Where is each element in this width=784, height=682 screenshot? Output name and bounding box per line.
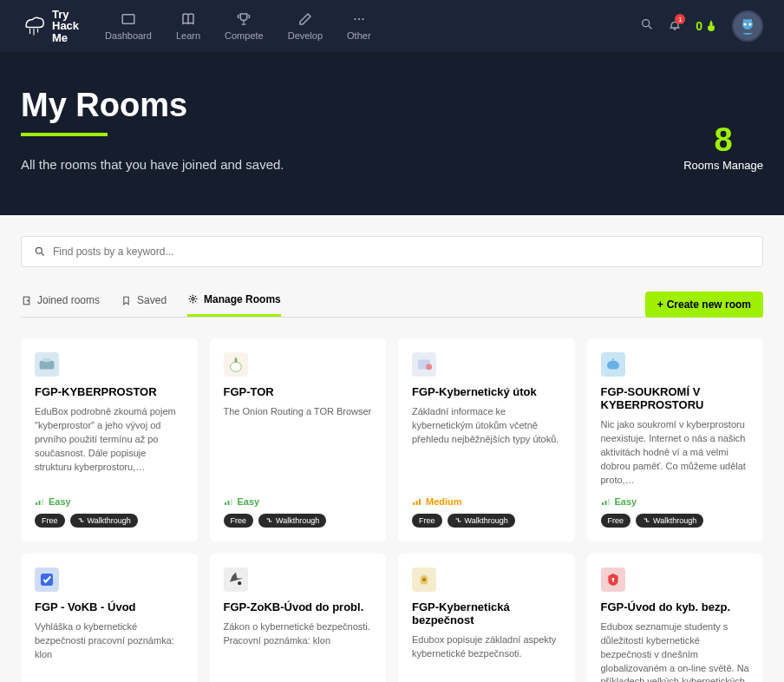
room-grid: FGP-KYBERPROSTOR EduBox podrobně zkoumá … bbox=[21, 338, 763, 682]
svg-point-6 bbox=[744, 23, 747, 26]
room-description: The Onion Routing a TOR Browser bbox=[224, 405, 373, 488]
logo-icon bbox=[21, 13, 47, 39]
nav-label: Develop bbox=[288, 30, 323, 41]
svg-rect-42 bbox=[612, 580, 613, 582]
room-card[interactable]: FGP-Kybernetický útok Základní informace… bbox=[398, 338, 575, 541]
svg-rect-14 bbox=[36, 502, 37, 505]
room-pills: Free Walkthrough bbox=[224, 514, 373, 528]
room-description: Nic jako soukromí v kyberprostoru neexis… bbox=[601, 418, 750, 488]
room-icon bbox=[224, 352, 248, 377]
tabs: Joined rooms Saved Manage Rooms bbox=[21, 293, 281, 317]
pill-label: Walkthrough bbox=[653, 516, 696, 525]
walkthrough-pill: Walkthrough bbox=[636, 514, 703, 528]
tab-label: Saved bbox=[137, 294, 167, 306]
svg-point-1 bbox=[354, 18, 356, 20]
svg-point-17 bbox=[230, 362, 241, 371]
free-pill: Free bbox=[224, 514, 254, 528]
room-description: Vyhláška o kybernetické bezpečnosti prac… bbox=[35, 620, 184, 682]
free-pill: Free bbox=[601, 514, 631, 528]
avatar[interactable] bbox=[732, 10, 763, 42]
room-card[interactable]: FGP-ZoKB-Úvod do probl. Zákon o kybernet… bbox=[210, 554, 387, 682]
nav-compete[interactable]: Compete bbox=[225, 11, 264, 41]
room-count-label: Rooms Manage bbox=[683, 159, 763, 172]
page-title: My Rooms bbox=[21, 87, 763, 124]
svg-point-33 bbox=[238, 581, 241, 585]
room-icon bbox=[35, 352, 59, 377]
notifications-button[interactable]: 1 bbox=[668, 17, 682, 35]
search-bar[interactable] bbox=[21, 236, 763, 267]
room-card[interactable]: FGP-Kybernetická bezpečnost Edubox popis… bbox=[398, 554, 575, 682]
svg-rect-27 bbox=[604, 501, 606, 505]
nav-other[interactable]: Other bbox=[347, 11, 371, 41]
walkthrough-icon bbox=[643, 516, 650, 524]
difficulty-badge: Easy bbox=[224, 496, 373, 507]
room-title: FGP-Kybernetický útok bbox=[412, 385, 561, 398]
svg-point-22 bbox=[426, 364, 432, 370]
gear-icon bbox=[187, 293, 199, 305]
room-icon bbox=[35, 567, 59, 592]
nav-develop[interactable]: Develop bbox=[288, 11, 323, 41]
free-pill: Free bbox=[412, 514, 442, 528]
tab-saved[interactable]: Saved bbox=[121, 293, 167, 317]
room-icon bbox=[224, 567, 248, 592]
room-description: EduBox podrobně zkoumá pojem "kyberprost… bbox=[35, 405, 184, 488]
difficulty-badge: Easy bbox=[35, 496, 184, 507]
trophy-icon bbox=[236, 11, 252, 27]
book-icon bbox=[180, 11, 196, 27]
pill-label: Walkthrough bbox=[88, 516, 131, 525]
nav-learn[interactable]: Learn bbox=[176, 11, 200, 41]
room-footer: Medium Free Walkthrough bbox=[412, 496, 561, 528]
nav-dashboard[interactable]: Dashboard bbox=[105, 11, 152, 41]
svg-rect-28 bbox=[608, 499, 610, 505]
nav-label: Compete bbox=[225, 30, 264, 41]
room-pills: Free Walkthrough bbox=[35, 514, 184, 528]
room-title: FGP-TOR bbox=[224, 385, 373, 398]
nav-label: Dashboard bbox=[105, 30, 152, 41]
svg-point-10 bbox=[28, 299, 29, 300]
tabs-row: Joined rooms Saved Manage Rooms + Create… bbox=[21, 292, 763, 318]
signal-icon bbox=[224, 496, 234, 507]
walkthrough-icon bbox=[77, 516, 85, 524]
svg-point-37 bbox=[422, 578, 426, 581]
svg-rect-15 bbox=[39, 501, 41, 505]
nav-label: Other bbox=[347, 30, 371, 41]
room-description: Edubox popisuje základní aspekty kyberne… bbox=[412, 633, 561, 682]
logo[interactable]: Try Hack Me bbox=[21, 9, 79, 44]
svg-point-7 bbox=[749, 23, 752, 26]
room-icon bbox=[601, 352, 625, 377]
room-title: FGP-KYBERPROSTOR bbox=[35, 385, 184, 398]
svg-rect-12 bbox=[40, 361, 55, 370]
walkthrough-icon bbox=[454, 516, 462, 524]
room-card[interactable]: FGP-SOUKROMÍ V KYBERPROSTORU Nic jako so… bbox=[587, 338, 764, 541]
create-label: Create new room bbox=[667, 298, 751, 311]
svg-rect-20 bbox=[231, 499, 232, 505]
search-input[interactable] bbox=[53, 246, 750, 258]
room-card[interactable]: FGP-KYBERPROSTOR EduBox podrobně zkoumá … bbox=[21, 338, 198, 541]
search-button[interactable] bbox=[640, 17, 654, 35]
tab-joined[interactable]: Joined rooms bbox=[21, 293, 100, 317]
difficulty-badge: Easy bbox=[601, 496, 750, 507]
logo-text: Try Hack Me bbox=[52, 9, 79, 44]
svg-point-3 bbox=[362, 18, 363, 20]
svg-rect-25 bbox=[419, 499, 421, 505]
room-card[interactable]: FGP-Úvod do kyb. bezp. Edubox seznamuje … bbox=[587, 554, 764, 682]
streak-badge[interactable]: 0 bbox=[696, 19, 718, 33]
room-footer: Easy Free Walkthrough bbox=[35, 496, 184, 528]
room-card[interactable]: FGP - VoKB - Úvod Vyhláška o kybernetick… bbox=[21, 554, 198, 682]
notification-badge: 1 bbox=[675, 14, 685, 24]
signal-icon bbox=[35, 496, 45, 507]
svg-rect-26 bbox=[602, 502, 604, 505]
room-card[interactable]: FGP-TOR The Onion Routing a TOR Browser … bbox=[210, 338, 387, 541]
svg-rect-18 bbox=[225, 502, 226, 505]
tab-manage[interactable]: Manage Rooms bbox=[187, 293, 281, 317]
svg-rect-13 bbox=[43, 358, 50, 362]
svg-point-8 bbox=[36, 247, 42, 253]
svg-point-2 bbox=[358, 18, 360, 20]
dots-icon bbox=[351, 11, 367, 27]
avatar-icon bbox=[737, 16, 758, 36]
nav: Dashboard Learn Compete Develop Other bbox=[105, 11, 370, 41]
streak-count: 0 bbox=[696, 19, 702, 33]
svg-rect-19 bbox=[227, 501, 229, 505]
create-room-button[interactable]: + Create new room bbox=[645, 292, 763, 318]
header-right: 1 0 bbox=[640, 10, 763, 42]
